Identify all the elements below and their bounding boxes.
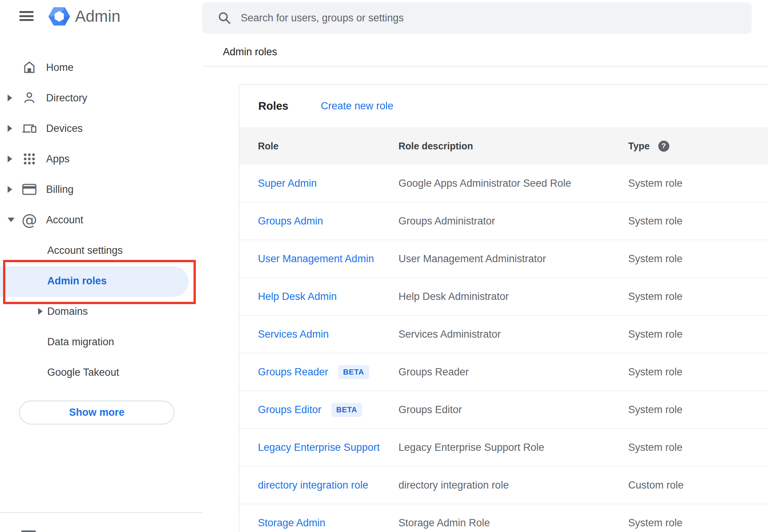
sidebar-item-label: Directory (46, 92, 87, 104)
expand-arrow-icon[interactable] (8, 125, 12, 132)
role-description: Services Administrator (398, 328, 501, 340)
table-body: Super AdminGoogle Apps Administrator See… (239, 165, 768, 532)
sidebar-item-google-takeout[interactable]: Google Takeout (0, 361, 202, 384)
sidebar-item-label: Google Takeout (47, 367, 119, 378)
table-header-row: Role Role description Type ? (239, 127, 768, 165)
show-more-button[interactable]: Show more (19, 401, 174, 425)
sidebar-item-devices[interactable]: Devices (0, 117, 202, 140)
account-icon: @ (22, 212, 37, 228)
role-description: Groups Editor (398, 404, 462, 416)
expand-arrow-icon[interactable] (38, 308, 43, 315)
sidebar-item-domains[interactable]: Domains (0, 300, 202, 323)
sidebar-item-label: Account (46, 214, 83, 226)
role-link[interactable]: Help Desk Admin (258, 291, 337, 303)
role-description: directory integration role (398, 479, 509, 491)
sidebar-item-account[interactable]: @Account (0, 208, 202, 231)
sidebar-item-home[interactable]: Home (0, 56, 202, 79)
search-icon (218, 11, 231, 24)
table-row: Help Desk AdminHelp Desk AdministratorSy… (239, 278, 768, 316)
collapse-arrow-icon[interactable] (8, 218, 14, 222)
role-link[interactable]: directory integration role (258, 479, 368, 491)
create-new-role-link[interactable]: Create new role (321, 100, 394, 112)
sidebar-item-label: Data migration (47, 336, 114, 348)
role-type: System role (628, 366, 683, 378)
card-title: Roles (258, 100, 288, 112)
breadcrumb: Admin roles (223, 46, 277, 58)
role-link[interactable]: User Management Admin (258, 253, 374, 265)
directory-icon (22, 90, 37, 106)
sidebar-item-apps[interactable]: Apps (0, 147, 202, 170)
sidebar-item-directory[interactable]: Directory (0, 87, 202, 109)
table-row: User Management AdminUser Management Adm… (239, 240, 768, 278)
sidebar-divider (0, 512, 202, 513)
table-row: Storage AdminStorage Admin RoleSystem ro… (239, 504, 768, 532)
expand-arrow-icon[interactable] (8, 186, 12, 193)
sidebar: Admin HomeDirectoryDevicesAppsBilling@Ac… (0, 0, 202, 532)
table-row: Groups ReaderBETAGroups ReaderSystem rol… (239, 353, 768, 391)
expand-arrow-icon[interactable] (8, 155, 12, 162)
role-type: System role (628, 178, 683, 189)
table-row: directory integration roledirectory inte… (239, 466, 768, 504)
beta-badge: BETA (338, 365, 369, 379)
table-row: Groups AdminGroups AdministratorSystem r… (239, 202, 768, 240)
roles-card-header: Roles Create new role (239, 85, 768, 127)
role-link[interactable]: Super Admin (258, 178, 317, 189)
sidebar-item-admin-roles[interactable]: Admin roles (0, 269, 202, 292)
devices-icon (22, 121, 37, 136)
sidebar-item-label: Apps (46, 153, 70, 165)
role-type: System role (628, 253, 683, 265)
table-row: Services AdminServices AdministratorSyst… (239, 316, 768, 353)
sidebar-item-label: Account settings (47, 245, 123, 256)
table-row: Groups EditorBETAGroups EditorSystem rol… (239, 391, 768, 429)
sidebar-item-label: Domains (47, 306, 88, 317)
role-link[interactable]: Storage Admin (258, 517, 325, 529)
role-description: Storage Admin Role (398, 517, 490, 529)
hamburger-menu-icon[interactable] (19, 11, 34, 21)
column-header-role-description: Role description (398, 141, 473, 152)
role-type: System role (628, 442, 683, 453)
help-question-icon[interactable]: ? (658, 141, 669, 152)
admin-hexagon-logo (48, 6, 70, 27)
column-header-role: Role (258, 141, 278, 152)
sidebar-item-label: Devices (46, 123, 83, 135)
role-description: Google Apps Administrator Seed Role (398, 178, 571, 189)
role-description: Legacy Enterprise Support Role (398, 442, 544, 453)
role-link[interactable]: Groups Reader (258, 366, 328, 378)
sidebar-item-label: Home (46, 62, 74, 74)
breadcrumb-divider (202, 66, 768, 67)
app-title: Admin (75, 7, 120, 26)
role-link[interactable]: Legacy Enterprise Support (258, 442, 380, 453)
sidebar-item-billing[interactable]: Billing (0, 178, 202, 201)
role-type: System role (628, 404, 683, 416)
roles-card: Roles Create new role Role Role descript… (239, 85, 768, 532)
role-type: System role (628, 215, 683, 227)
role-description: User Management Administrator (398, 253, 546, 265)
table-row: Legacy Enterprise SupportLegacy Enterpri… (239, 429, 768, 466)
role-type: Custom role (628, 479, 684, 491)
role-description: Help Desk Administrator (398, 291, 509, 303)
sidebar-item-label: Admin roles (47, 275, 107, 287)
search-input[interactable] (240, 12, 699, 24)
role-link[interactable]: Groups Admin (258, 215, 323, 227)
home-icon (22, 60, 37, 75)
role-description: Groups Administrator (398, 215, 495, 227)
role-link[interactable]: Groups Editor (258, 404, 322, 416)
clipped-nav-icon (21, 530, 36, 532)
role-link[interactable]: Services Admin (258, 328, 329, 340)
role-type: System role (628, 291, 683, 303)
beta-badge: BETA (331, 403, 362, 417)
search-bar[interactable] (202, 2, 752, 34)
role-type: System role (628, 328, 683, 340)
billing-icon (22, 182, 37, 197)
apps-icon (22, 151, 37, 167)
column-header-type: Type (628, 141, 650, 152)
sidebar-item-data-migration[interactable]: Data migration (0, 330, 202, 353)
sidebar-item-label: Billing (46, 184, 74, 195)
expand-arrow-icon[interactable] (8, 95, 12, 101)
role-description: Groups Reader (398, 366, 469, 378)
sidebar-item-account-settings[interactable]: Account settings (0, 239, 202, 262)
role-type: System role (628, 517, 683, 529)
table-row: Super AdminGoogle Apps Administrator See… (239, 165, 768, 202)
